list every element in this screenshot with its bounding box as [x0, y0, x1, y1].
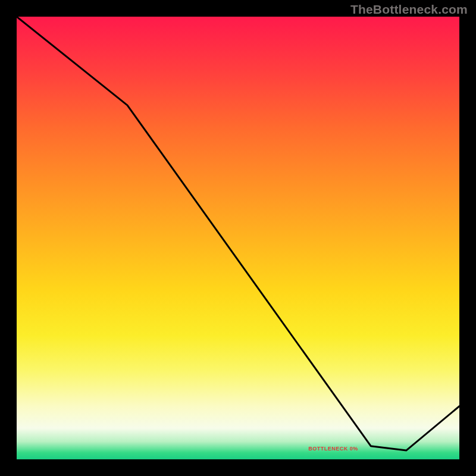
- bottleneck-line: [17, 17, 459, 459]
- watermark-text: TheBottleneck.com: [350, 2, 468, 17]
- chart-plot-area: BOTTLENECK 0%: [17, 17, 459, 459]
- bottleneck-zero-label: BOTTLENECK 0%: [308, 446, 358, 452]
- chart-frame: TheBottleneck.com BOTTLENECK 0%: [0, 0, 476, 476]
